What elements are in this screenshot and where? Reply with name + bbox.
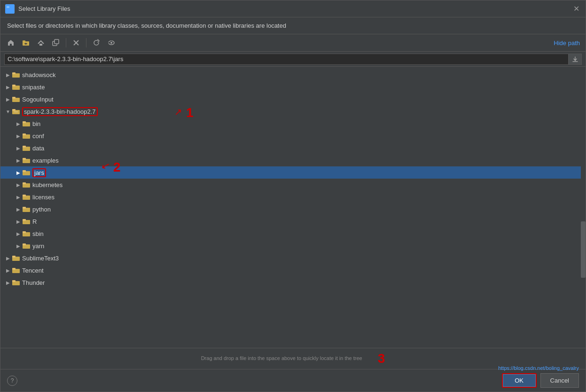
svg-point-12 xyxy=(110,42,112,44)
svg-rect-45 xyxy=(23,243,26,245)
tree-item[interactable]: ▶ python xyxy=(0,203,586,215)
path-input[interactable] xyxy=(4,54,569,65)
annotation-3: 3 xyxy=(378,351,385,366)
svg-rect-35 xyxy=(23,182,26,184)
refresh-button[interactable] xyxy=(90,36,103,49)
expand-arrow: ▶ xyxy=(15,205,22,213)
svg-rect-31 xyxy=(23,158,26,160)
svg-rect-25 xyxy=(23,121,26,123)
expand-arrow: ▶ xyxy=(15,169,22,176)
home-button[interactable] xyxy=(4,36,17,49)
separator-2 xyxy=(86,38,86,47)
expand-arrow: ▶ xyxy=(4,254,12,262)
expand-arrow: ▶ xyxy=(4,83,12,91)
svg-rect-47 xyxy=(12,256,16,258)
help-button[interactable]: ? xyxy=(7,376,17,386)
svg-rect-22 xyxy=(12,109,16,111)
tree-item[interactable]: ▶ kubernetes xyxy=(0,179,586,191)
svg-rect-49 xyxy=(12,268,16,270)
tree-item[interactable]: ▶ snipaste xyxy=(0,81,586,93)
expand-arrow: ▶ xyxy=(4,279,12,286)
expand-arrow: ▶ xyxy=(15,193,22,201)
tree-item-label: data xyxy=(32,145,44,152)
dialog-title: Select Library Files xyxy=(18,5,70,12)
expand-arrow: ▶ xyxy=(4,71,12,78)
scrollbar-track[interactable] xyxy=(581,67,586,348)
dialog-subtitle: Select files or directories in which lib… xyxy=(0,17,586,34)
ok-button-border: OK xyxy=(502,373,537,388)
tree-item-jars[interactable]: ▶ jars xyxy=(0,166,586,179)
tree-item[interactable]: ▶ Tencent xyxy=(0,264,586,276)
svg-rect-29 xyxy=(23,146,26,148)
tree-item[interactable]: ▶ conf xyxy=(0,130,586,142)
svg-rect-43 xyxy=(23,231,26,233)
toolbar: Hide path xyxy=(0,34,586,52)
tree-item-spark[interactable]: ▼ spark-2.3.3-bin-hadoop2.7 xyxy=(0,105,586,118)
tree-item-label: sbin xyxy=(32,230,44,237)
svg-rect-20 xyxy=(12,97,16,99)
tree-item[interactable]: ▶ SublimeText3 xyxy=(0,252,586,264)
navigate-up-button[interactable] xyxy=(34,36,47,49)
svg-rect-6 xyxy=(39,44,42,46)
tree-item[interactable]: ▶ sbin xyxy=(0,227,586,240)
tree-item-label-spark: spark-2.3.3-bin-hadoop2.7 xyxy=(22,107,98,116)
ok-button[interactable]: OK xyxy=(503,374,536,387)
tree-item[interactable]: ▶ yarn xyxy=(0,240,586,252)
file-tree[interactable]: ▶ shadowsock ▶ snipaste ▶ SogouInput ▼ s… xyxy=(0,67,586,348)
tree-item-label: examples xyxy=(32,157,59,164)
delete-button[interactable] xyxy=(70,36,83,49)
svg-rect-18 xyxy=(12,85,16,86)
tree-item[interactable]: ▶ bin xyxy=(0,118,586,130)
tree-item[interactable]: ▶ Thunder xyxy=(0,276,586,289)
tree-item[interactable]: ▶ data xyxy=(0,142,586,154)
close-button[interactable]: ✕ xyxy=(571,4,581,14)
expand-arrow: ▶ xyxy=(15,120,22,127)
expand-arrow: ▶ xyxy=(15,157,22,164)
tree-item-label: licenses xyxy=(32,194,55,201)
expand-arrow: ▼ xyxy=(4,108,12,115)
tree-item-label: python xyxy=(32,206,51,213)
tree-item-label: R xyxy=(32,218,37,225)
svg-rect-8 xyxy=(55,39,59,44)
svg-rect-51 xyxy=(12,280,16,282)
folder-view-button[interactable] xyxy=(19,36,32,49)
svg-rect-33 xyxy=(23,170,26,172)
action-buttons: OK Cancel xyxy=(502,373,579,388)
expand-arrow: ▶ xyxy=(15,230,22,237)
expand-arrow: ▶ xyxy=(15,181,22,188)
svg-rect-27 xyxy=(23,133,26,135)
tree-item-label: yarn xyxy=(32,243,44,250)
path-bar xyxy=(0,52,586,67)
path-navigate-button[interactable] xyxy=(569,54,582,65)
tree-item[interactable]: ▶ licenses xyxy=(0,191,586,203)
expand-arrow: ▶ xyxy=(15,132,22,140)
tree-item-label-jars: jars xyxy=(32,168,46,177)
tree-item-label: kubernetes xyxy=(32,181,63,188)
svg-rect-16 xyxy=(12,72,16,74)
bottom-bar: ? https://blog.csdn.net/boling_cavalry O… xyxy=(0,369,586,392)
tree-item[interactable]: ▶ R xyxy=(0,215,586,227)
tree-item[interactable]: ▶ examples xyxy=(0,154,586,166)
copy-button[interactable] xyxy=(49,36,63,49)
tree-item-label: SogouInput xyxy=(22,96,54,103)
expand-arrow: ▶ xyxy=(15,242,22,250)
tree-item[interactable]: ▶ SogouInput xyxy=(0,93,586,105)
expand-arrow: ▶ xyxy=(4,95,12,103)
tree-item-label: bin xyxy=(32,120,40,127)
expand-arrow: ▶ xyxy=(4,267,12,274)
expand-arrow: ▶ xyxy=(15,144,22,152)
tree-item-label: shadowsock xyxy=(22,71,56,78)
app-icon xyxy=(5,4,15,14)
hide-path-link[interactable]: Hide path xyxy=(554,39,582,47)
separator-1 xyxy=(66,38,66,47)
tree-item-label: Thunder xyxy=(22,279,45,286)
show-hidden-button[interactable] xyxy=(105,36,118,49)
svg-rect-1 xyxy=(7,6,9,8)
svg-rect-41 xyxy=(23,219,26,221)
tree-item-label: snipaste xyxy=(22,84,45,91)
tree-item-label: SublimeText3 xyxy=(22,255,59,262)
tree-item[interactable]: ▶ shadowsock xyxy=(0,69,586,81)
title-bar: Select Library Files ✕ xyxy=(0,0,586,17)
cancel-button[interactable]: Cancel xyxy=(540,373,579,388)
scrollbar-thumb[interactable] xyxy=(581,221,586,278)
